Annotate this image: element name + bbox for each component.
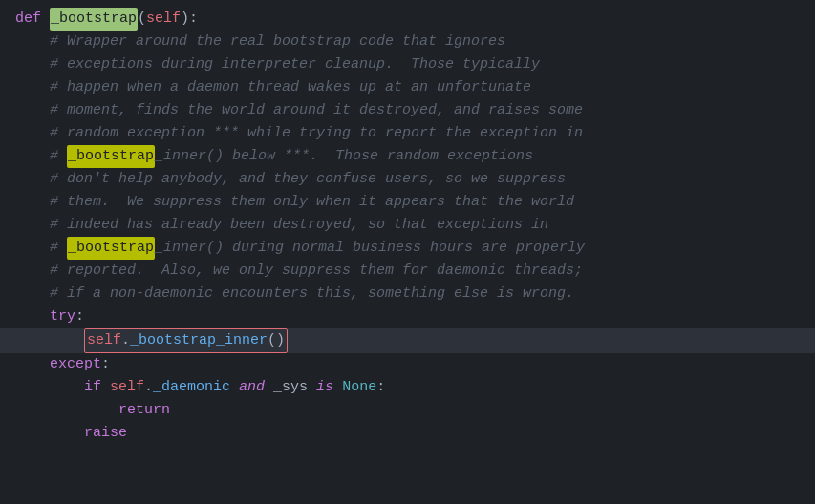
comment-text-5: # random exception *** while trying to r… xyxy=(15,122,583,145)
paren-close: ) xyxy=(181,8,189,31)
comment-text-8: # them. We suppress them only when it ap… xyxy=(15,191,574,214)
is-keyword: is xyxy=(316,376,342,399)
if-keyword: if xyxy=(84,376,110,399)
comment-text-3: # happen when a daemon thread wakes up a… xyxy=(15,76,531,99)
code-editor: def _bootstrap(self): # Wrapper around t… xyxy=(0,0,815,504)
paren-open: ( xyxy=(138,8,146,31)
comment-text-12: # if a non-daemonic encounters this, som… xyxy=(15,283,574,305)
comment-rest-6: _inner() below ***. Those random excepti… xyxy=(155,145,533,168)
selected-call-block: self._bootstrap_inner() xyxy=(84,328,288,353)
line-comment-10: # _bootstrap_inner() during normal busin… xyxy=(0,237,815,260)
self-2: self xyxy=(110,376,144,399)
try-colon: : xyxy=(75,305,84,328)
raise-keyword: raise xyxy=(84,422,127,445)
indent-raise xyxy=(15,422,84,445)
comment-text-1: # Wrapper around the real bootstrap code… xyxy=(15,31,505,53)
comment-rest-10: _inner() during normal business hours ar… xyxy=(155,237,585,260)
indent xyxy=(15,329,84,352)
bootstrap-highlight-2: _bootstrap xyxy=(67,145,155,168)
line-comment-12: # if a non-daemonic encounters this, som… xyxy=(0,283,815,305)
comment-text-2: # exceptions during interpreter cleanup.… xyxy=(15,53,540,76)
line-comment-3: # happen when a daemon thread wakes up a… xyxy=(0,76,815,99)
comment-text-7: # don't help anybody, and they confuse u… xyxy=(15,168,566,191)
except-colon: : xyxy=(101,353,110,376)
comment-text-4: # moment, finds the world around it dest… xyxy=(15,99,583,122)
line-comment-7: # don't help anybody, and they confuse u… xyxy=(0,168,815,191)
return-keyword: return xyxy=(118,399,170,422)
line-comment-2: # exceptions during interpreter cleanup.… xyxy=(0,53,815,76)
try-keyword: try xyxy=(15,305,75,328)
if-colon: : xyxy=(376,376,385,399)
line-return: return xyxy=(0,399,815,422)
dot: . xyxy=(121,332,130,348)
bootstrap-highlight: _bootstrap xyxy=(50,8,138,31)
line-if-daemonic: if self._daemonic and _sys is None: xyxy=(0,376,815,399)
line-except: except: xyxy=(0,353,815,376)
def-keyword: def xyxy=(15,8,50,31)
except-keyword: except xyxy=(15,353,101,376)
line-comment-4: # moment, finds the world around it dest… xyxy=(0,99,815,122)
self-param: self xyxy=(146,8,181,31)
comment-hash-6: # xyxy=(15,145,67,168)
comment-hash-10: # xyxy=(15,237,67,260)
line-raise: raise xyxy=(0,422,815,445)
comment-text-9: # indeed has already been destroyed, so … xyxy=(15,214,548,237)
comment-text-11: # reported. Also, we only suppress them … xyxy=(15,260,583,283)
line-comment-9: # indeed has already been destroyed, so … xyxy=(0,214,815,237)
line-comment-1: # Wrapper around the real bootstrap code… xyxy=(0,31,815,53)
line-comment-5: # random exception *** while trying to r… xyxy=(0,122,815,145)
none-value: None xyxy=(342,376,376,399)
line-comment-6: # _bootstrap_inner() below ***. Those ra… xyxy=(0,145,815,168)
sys-var: _sys xyxy=(273,376,316,399)
indent-return xyxy=(15,399,118,422)
line-comment-8: # them. We suppress them only when it ap… xyxy=(0,191,815,214)
line-try: try: xyxy=(0,305,815,328)
line-self-call: self._bootstrap_inner() xyxy=(0,328,815,353)
line-def: def _bootstrap(self): xyxy=(0,8,815,31)
bootstrap-highlight-3: _bootstrap xyxy=(67,237,155,260)
daemonic-attr: _daemonic xyxy=(153,376,239,399)
and-keyword: and xyxy=(239,376,273,399)
colon: : xyxy=(189,8,198,31)
indent-if xyxy=(15,376,84,399)
self-keyword: self xyxy=(87,332,121,348)
call-parens: () xyxy=(268,332,285,348)
dot-2: . xyxy=(144,376,153,399)
bootstrap-inner-method: _bootstrap_inner xyxy=(130,332,268,348)
line-comment-11: # reported. Also, we only suppress them … xyxy=(0,260,815,283)
